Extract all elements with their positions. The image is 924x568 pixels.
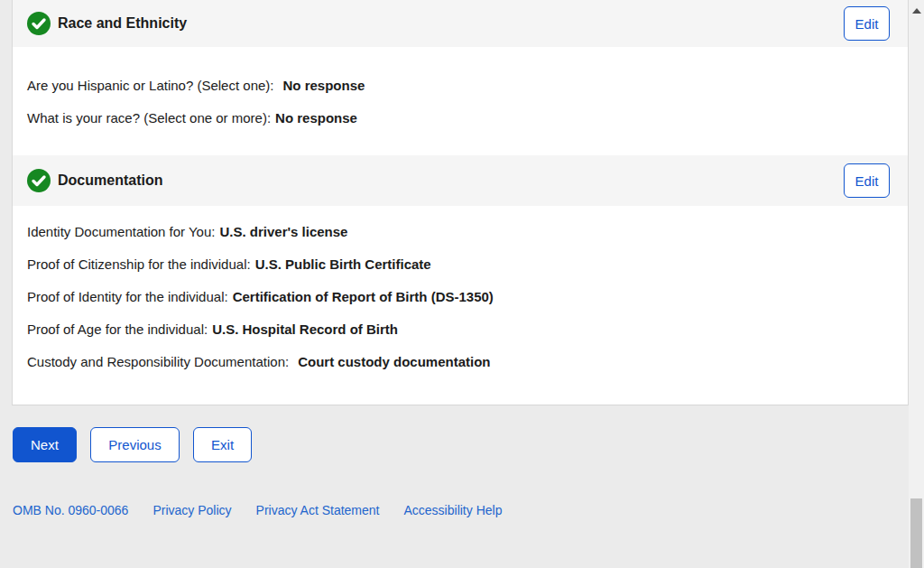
answer-value: U.S. Hospital Record of Birth [212,321,398,337]
question-label: Identity Documentation for You: [27,224,215,239]
page: Race and Ethnicity Edit Are you Hispanic… [0,0,924,568]
nav-buttons: Next Previous Exit [13,427,909,462]
question-label: Proof of Identity for the individual: [27,289,228,304]
previous-button[interactable]: Previous [90,427,179,462]
section-header-race-ethnicity: Race and Ethnicity Edit [13,0,908,47]
success-check-icon [27,12,51,35]
question-label: Proof of Age for the individual: [27,321,208,337]
next-button[interactable]: Next [13,427,77,462]
privacy-act-statement-link[interactable]: Privacy Act Statement [256,503,380,517]
section-body-documentation: Identity Documentation for You:U.S. driv… [13,206,908,405]
question-label: Proof of Citizenship for the individual: [27,256,251,272]
review-row: Are you Hispanic or Latino? (Select one)… [27,77,890,95]
review-row: Custody and Responsibility Documentation… [27,353,890,371]
review-card: Race and Ethnicity Edit Are you Hispanic… [12,0,909,405]
edit-race-ethnicity-button[interactable]: Edit [844,6,890,41]
review-row: Identity Documentation for You:U.S. driv… [27,223,890,241]
content-column: Race and Ethnicity Edit Are you Hispanic… [12,0,909,517]
answer-value: Certification of Report of Birth (DS-135… [233,289,494,304]
review-row: What is your race? (Select one or more):… [27,109,890,127]
question-label: What is your race? (Select one or more): [27,110,271,126]
review-row: Proof of Identity for the individual:Cer… [27,288,890,306]
omb-number-link[interactable]: OMB No. 0960-0066 [13,503,128,517]
question-label: Are you Hispanic or Latino? (Select one)… [27,78,273,93]
footer: OMB No. 0960-0066 Privacy Policy Privacy… [13,503,909,517]
edit-documentation-button[interactable]: Edit [844,163,890,198]
scroll-up-arrow-icon[interactable] [912,8,921,14]
accessibility-help-link[interactable]: Accessibility Help [404,503,503,517]
scrollbar[interactable] [909,0,924,568]
section-header-documentation: Documentation Edit [13,155,908,206]
answer-value: U.S. driver's license [219,224,347,239]
exit-button[interactable]: Exit [193,427,252,462]
section-title: Race and Ethnicity [58,15,187,32]
question-label: Custody and Responsibility Documentation… [27,354,289,369]
answer-value: No response [275,110,357,126]
success-check-icon [27,169,51,192]
privacy-policy-link[interactable]: Privacy Policy [152,503,231,517]
review-row: Proof of Age for the individual:U.S. Hos… [27,321,890,339]
answer-value: Court custody documentation [298,354,490,369]
section-title: Documentation [58,172,162,189]
answer-value: U.S. Public Birth Certificate [255,256,431,272]
scrollbar-thumb[interactable] [910,498,922,568]
review-row: Proof of Citizenship for the individual:… [27,256,890,274]
answer-value: No response [282,78,365,93]
section-body-race-ethnicity: Are you Hispanic or Latino? (Select one)… [13,47,908,155]
